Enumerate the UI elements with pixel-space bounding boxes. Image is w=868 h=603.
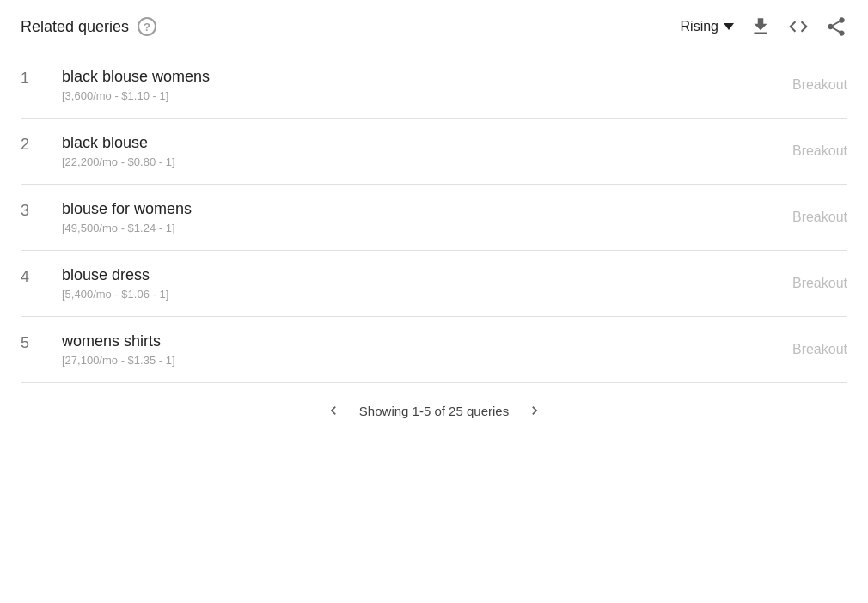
section-header: Related queries ? Rising: [21, 0, 847, 52]
query-status: Breakout: [792, 210, 847, 225]
query-info: black blouse [22,200/mo - $0.80 - 1]: [62, 134, 175, 168]
download-button[interactable]: [749, 15, 772, 38]
table-row[interactable]: 3 blouse for womens [49,500/mo - $1.24 -…: [21, 185, 847, 251]
query-status: Breakout: [792, 276, 847, 291]
share-button[interactable]: [825, 15, 847, 38]
query-name: womens shirts: [62, 332, 175, 350]
table-row[interactable]: 4 blouse dress [5,400/mo - $1.06 - 1] Br…: [21, 251, 847, 317]
query-number: 5: [21, 332, 41, 352]
query-name: blouse for womens: [62, 200, 192, 218]
query-list: 1 black blouse womens [3,600/mo - $1.10 …: [21, 52, 847, 383]
table-row[interactable]: 2 black blouse [22,200/mo - $0.80 - 1] B…: [21, 119, 847, 185]
query-name: black blouse womens: [62, 68, 210, 86]
query-meta: [27,100/mo - $1.35 - 1]: [62, 354, 175, 367]
query-left: 2 black blouse [22,200/mo - $0.80 - 1]: [21, 134, 175, 168]
query-meta: [22,200/mo - $0.80 - 1]: [62, 155, 175, 168]
query-name: black blouse: [62, 134, 175, 152]
next-button[interactable]: [526, 402, 543, 419]
query-left: 4 blouse dress [5,400/mo - $1.06 - 1]: [21, 266, 168, 301]
table-row[interactable]: 1 black blouse womens [3,600/mo - $1.10 …: [21, 52, 847, 119]
query-number: 1: [21, 68, 41, 88]
query-number: 4: [21, 266, 41, 286]
section-title: Related queries: [21, 18, 129, 36]
filter-selector[interactable]: Rising: [681, 19, 734, 34]
embed-button[interactable]: [787, 15, 810, 38]
pagination-text: Showing 1-5 of 25 queries: [359, 404, 509, 418]
query-left: 1 black blouse womens [3,600/mo - $1.10 …: [21, 68, 210, 102]
query-meta: [3,600/mo - $1.10 - 1]: [62, 89, 210, 102]
table-row[interactable]: 5 womens shirts [27,100/mo - $1.35 - 1] …: [21, 317, 847, 383]
query-info: blouse for womens [49,500/mo - $1.24 - 1…: [62, 200, 192, 234]
dropdown-arrow-icon: [724, 23, 734, 30]
query-number: 3: [21, 200, 41, 220]
prev-button[interactable]: [325, 402, 342, 419]
query-info: black blouse womens [3,600/mo - $1.10 - …: [62, 68, 210, 102]
query-number: 2: [21, 134, 41, 154]
query-meta: [49,500/mo - $1.24 - 1]: [62, 222, 192, 234]
query-left: 5 womens shirts [27,100/mo - $1.35 - 1]: [21, 332, 175, 367]
header-left: Related queries ?: [21, 17, 156, 36]
query-name: blouse dress: [62, 266, 168, 284]
query-meta: [5,400/mo - $1.06 - 1]: [62, 288, 168, 301]
query-left: 3 blouse for womens [49,500/mo - $1.24 -…: [21, 200, 192, 234]
query-status: Breakout: [792, 342, 847, 357]
query-status: Breakout: [792, 77, 847, 93]
query-info: blouse dress [5,400/mo - $1.06 - 1]: [62, 266, 168, 301]
pagination-footer: Showing 1-5 of 25 queries: [21, 383, 847, 438]
help-icon[interactable]: ?: [138, 17, 156, 36]
filter-label: Rising: [681, 19, 718, 34]
header-right: Rising: [681, 15, 847, 38]
query-info: womens shirts [27,100/mo - $1.35 - 1]: [62, 332, 175, 367]
query-status: Breakout: [792, 143, 847, 159]
